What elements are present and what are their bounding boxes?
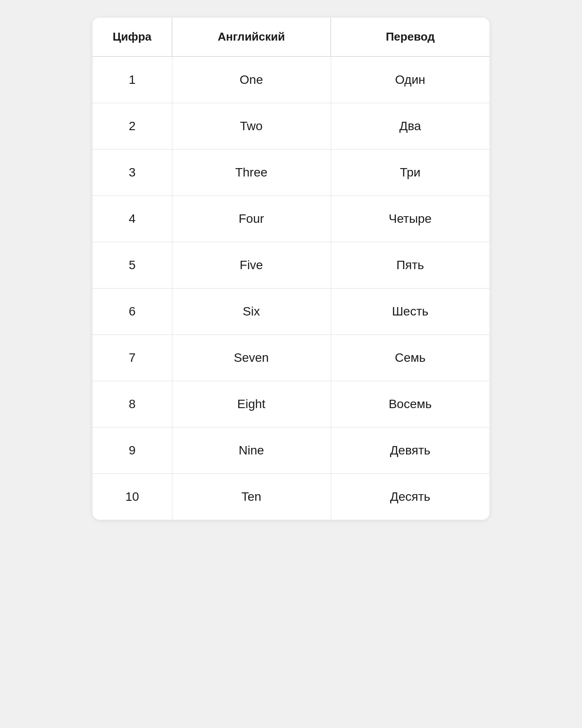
- cell-russian: Десять: [331, 474, 489, 520]
- cell-russian: Восемь: [331, 381, 489, 428]
- cell-english: Six: [172, 289, 331, 335]
- cell-number: 5: [93, 242, 172, 289]
- header-col-english: Английский: [172, 18, 331, 56]
- cell-english: Five: [172, 242, 331, 289]
- cell-russian: Четыре: [331, 196, 489, 242]
- cell-russian: Один: [331, 56, 489, 103]
- cell-number: 9: [93, 428, 172, 474]
- cell-number: 7: [93, 335, 172, 381]
- cell-english: Eight: [172, 381, 331, 428]
- cell-number: 10: [93, 474, 172, 520]
- cell-english: Three: [172, 150, 331, 196]
- cell-number: 4: [93, 196, 172, 242]
- header-col-number: Цифра: [93, 18, 172, 56]
- table-row: 4FourЧетыре: [93, 196, 489, 242]
- table-row: 3ThreeТри: [93, 150, 489, 196]
- cell-number: 8: [93, 381, 172, 428]
- cell-number: 6: [93, 289, 172, 335]
- table-row: 7SevenСемь: [93, 335, 489, 381]
- header-col-russian: Перевод: [331, 18, 489, 56]
- table-row: 2TwoДва: [93, 103, 489, 150]
- cell-english: Nine: [172, 428, 331, 474]
- cell-english: Four: [172, 196, 331, 242]
- table-row: 6SixШесть: [93, 289, 489, 335]
- table-row: 9NineДевять: [93, 428, 489, 474]
- cell-russian: Пять: [331, 242, 489, 289]
- cell-english: Seven: [172, 335, 331, 381]
- cell-russian: Два: [331, 103, 489, 150]
- cell-russian: Девять: [331, 428, 489, 474]
- table-header-row: Цифра Английский Перевод: [93, 18, 489, 56]
- cell-russian: Семь: [331, 335, 489, 381]
- cell-russian: Три: [331, 150, 489, 196]
- table-row: 8EightВосемь: [93, 381, 489, 428]
- cell-english: One: [172, 56, 331, 103]
- cell-russian: Шесть: [331, 289, 489, 335]
- table-row: 5FiveПять: [93, 242, 489, 289]
- cell-english: Ten: [172, 474, 331, 520]
- table-row: 10TenДесять: [93, 474, 489, 520]
- cell-number: 2: [93, 103, 172, 150]
- cell-number: 3: [93, 150, 172, 196]
- table-row: 1OneОдин: [93, 56, 489, 103]
- numbers-table: Цифра Английский Перевод 1OneОдин2TwoДва…: [93, 18, 489, 520]
- cell-english: Two: [172, 103, 331, 150]
- cell-number: 1: [93, 56, 172, 103]
- numbers-table-container: Цифра Английский Перевод 1OneОдин2TwoДва…: [93, 18, 489, 520]
